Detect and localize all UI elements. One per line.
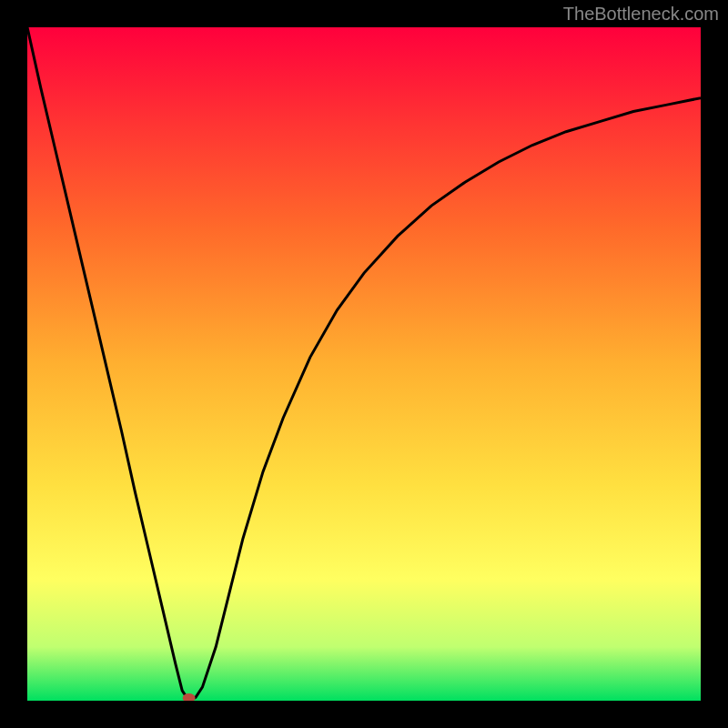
- attribution-text: TheBottleneck.com: [563, 4, 719, 25]
- gradient-background: [27, 27, 701, 701]
- plot-area: [27, 27, 701, 701]
- chart-svg: [27, 27, 701, 701]
- chart-container: TheBottleneck.com: [0, 0, 728, 728]
